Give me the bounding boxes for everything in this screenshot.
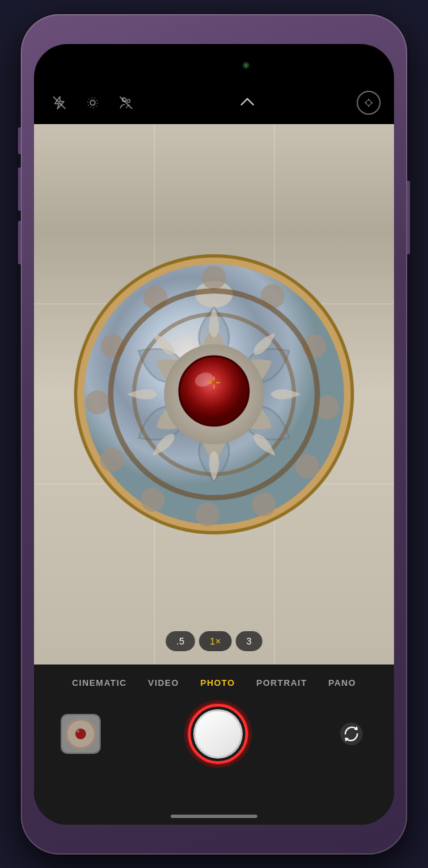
svg-point-42 [77,730,79,733]
zoom-1x-button[interactable]: 1× [199,631,232,651]
flash-icon[interactable] [47,91,71,115]
svg-point-2 [88,97,98,107]
zoom-05-button[interactable]: .5 [166,631,195,651]
bottom-controls: CINEMATIC VIDEO PHOTO PORTRAIT PANO [34,665,394,825]
mode-video[interactable]: VIDEO [137,675,189,691]
svg-point-41 [75,729,86,739]
top-left-icons [47,91,138,115]
zoom-controls: .5 1× 3 [166,631,263,651]
shutter-button[interactable] [188,704,248,764]
mode-pano[interactable]: PANO [318,675,367,691]
svg-point-8 [371,101,373,103]
mode-portrait[interactable]: PORTRAIT [246,675,318,691]
mute-button[interactable] [18,127,21,154]
live-icon-top-right[interactable] [357,91,381,115]
shutter-row [34,697,394,771]
svg-point-22 [195,502,219,526]
svg-point-20 [295,454,319,478]
mode-photo[interactable]: PHOTO [190,675,246,691]
svg-point-7 [365,101,366,103]
camera-mode-selector: CINEMATIC VIDEO PHOTO PORTRAIT PANO [34,675,394,691]
focus-crosshair [204,373,224,398]
mode-cinematic[interactable]: CINEMATIC [61,675,137,691]
svg-point-9 [368,98,369,99]
viewfinder-background: .5 1× 3 [34,124,394,665]
svg-point-25 [85,390,109,414]
flip-camera-button[interactable] [335,718,367,750]
camera-viewfinder[interactable]: .5 1× 3 [34,124,394,665]
svg-point-4 [127,99,130,102]
power-button[interactable] [407,181,410,254]
svg-point-21 [252,492,276,516]
chevron-up-icon[interactable] [240,95,255,109]
svg-point-10 [368,105,369,107]
top-controls-bar [34,91,394,115]
subject-ceramic-plate [67,248,361,541]
svg-point-16 [202,266,226,290]
volume-down-button[interactable] [18,221,21,264]
phone-frame: .5 1× 3 CINEMATIC VID [21,14,407,855]
last-photo-thumbnail[interactable] [61,714,101,754]
volume-up-button[interactable] [18,167,21,211]
svg-point-24 [100,448,124,472]
live-photo-icon[interactable] [81,91,105,115]
svg-point-43 [340,723,363,745]
zoom-3x-button[interactable]: 3 [235,631,262,651]
home-indicator [171,815,257,818]
people-off-icon[interactable] [114,91,138,115]
shutter-button-inner [193,709,243,759]
svg-point-6 [366,100,371,105]
dynamic-island [171,53,257,77]
front-camera-indicator [243,62,249,69]
phone-screen: .5 1× 3 CINEMATIC VID [34,44,394,825]
svg-point-1 [90,100,95,105]
svg-point-23 [141,488,165,512]
